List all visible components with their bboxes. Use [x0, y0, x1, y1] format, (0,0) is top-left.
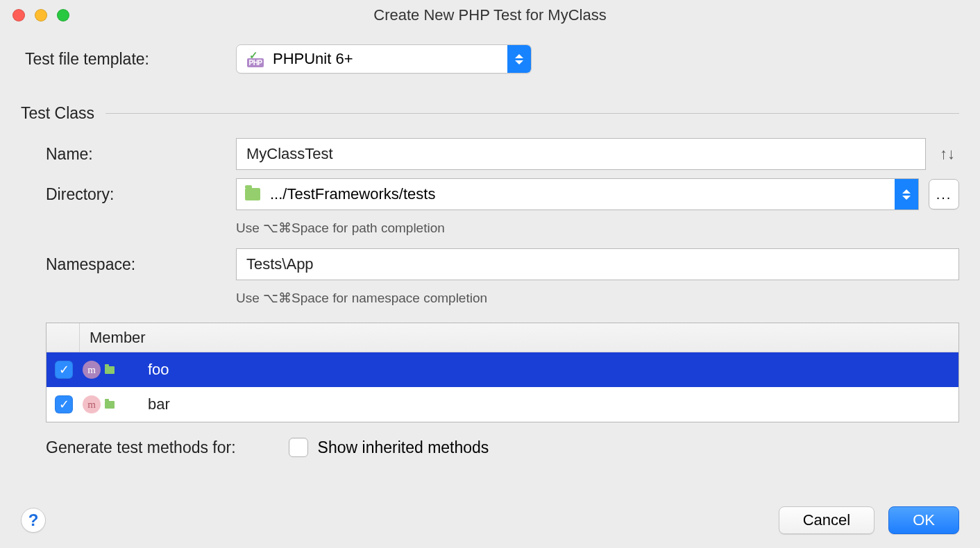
name-label: Name: [21, 145, 236, 164]
visibility-icon [105, 401, 115, 409]
member-name: bar [148, 395, 170, 413]
namespace-label: Namespace: [21, 255, 236, 274]
directory-value: .../TestFrameworks/tests [270, 185, 435, 203]
titlebar: Create New PHP Test for MyClass [0, 0, 980, 31]
generate-row: Generate test methods for: Show inherite… [46, 438, 959, 457]
test-class-legend: Test Class [21, 104, 959, 123]
visibility-icon [105, 366, 115, 374]
member-name: foo [148, 361, 169, 379]
name-row: Name: ↑↓ [21, 138, 959, 170]
template-select[interactable]: ✓PHP PHPUnit 6+ [236, 44, 532, 74]
generate-label: Generate test methods for: [46, 438, 236, 457]
folder-icon [245, 188, 260, 200]
help-button[interactable]: ? [21, 508, 46, 533]
check-column-header [47, 323, 80, 352]
namespace-hint: Use ⌥⌘Space for namespace completion [236, 290, 959, 306]
method-icon: m [83, 395, 101, 413]
inherited-checkbox-group[interactable]: Show inherited methods [289, 438, 489, 457]
directory-select[interactable]: .../TestFrameworks/tests [236, 178, 919, 210]
dropdown-stepper-icon[interactable] [507, 45, 531, 73]
namespace-row: Namespace: [21, 248, 959, 280]
table-row[interactable]: ✓ m bar [47, 387, 958, 422]
legend-divider [105, 113, 959, 114]
footer-buttons: Cancel OK [779, 506, 959, 534]
method-icon: m [83, 361, 101, 379]
inherited-checkbox[interactable] [289, 438, 308, 457]
inherited-label: Show inherited methods [318, 438, 489, 457]
template-label: Test file template: [21, 50, 236, 69]
members-table: Member ✓ m foo ✓ m bar [46, 323, 959, 422]
dialog-content: Test file template: ✓PHP PHPUnit 6+ Test… [0, 31, 980, 499]
browse-directory-button[interactable]: ... [929, 179, 959, 209]
directory-row: Directory: .../TestFrameworks/tests ... [21, 178, 959, 210]
members-table-header: Member [47, 323, 958, 352]
window-title: Create New PHP Test for MyClass [0, 6, 980, 24]
php-file-icon: ✓PHP [245, 51, 266, 67]
directory-label: Directory: [21, 185, 236, 204]
member-column-header: Member [80, 329, 958, 347]
template-select-body: ✓PHP PHPUnit 6+ [237, 50, 507, 68]
sort-icon[interactable]: ↑↓ [936, 143, 959, 165]
row-checkbox[interactable]: ✓ [55, 395, 73, 413]
directory-hint: Use ⌥⌘Space for path completion [236, 220, 959, 236]
table-row[interactable]: ✓ m foo [47, 352, 958, 387]
cancel-button[interactable]: Cancel [779, 506, 875, 534]
dialog-footer: ? Cancel OK [0, 499, 980, 548]
namespace-input[interactable] [236, 248, 959, 280]
ok-button[interactable]: OK [888, 506, 959, 534]
test-class-legend-text: Test Class [21, 104, 94, 123]
name-input[interactable] [236, 138, 926, 170]
row-checkbox[interactable]: ✓ [55, 361, 73, 379]
dialog-window: Create New PHP Test for MyClass Test fil… [0, 0, 980, 548]
template-value: PHPUnit 6+ [273, 50, 353, 68]
directory-stepper-icon[interactable] [895, 179, 918, 209]
template-row: Test file template: ✓PHP PHPUnit 6+ [21, 44, 959, 74]
